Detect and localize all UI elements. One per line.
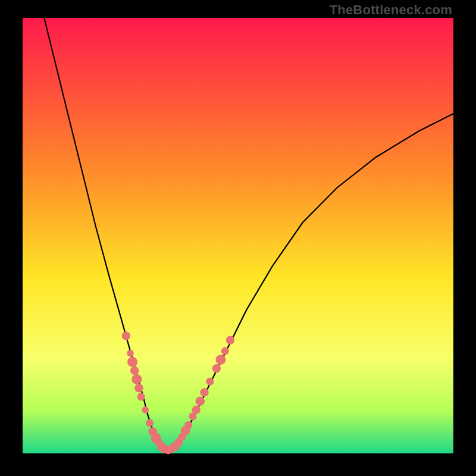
curve-marker (192, 406, 201, 414)
curve-marker (206, 378, 214, 386)
curve-marker (127, 357, 137, 367)
curve-marker (212, 364, 221, 372)
curve-marker (127, 350, 134, 357)
curve-markers (122, 331, 235, 454)
curve-marker (200, 388, 208, 396)
curve-marker (142, 406, 149, 414)
curve-marker (146, 419, 154, 427)
curve-marker (130, 367, 139, 375)
curve-marker (137, 393, 145, 400)
curve-marker (226, 336, 234, 345)
curve-marker (184, 421, 192, 429)
curve-marker (131, 374, 142, 384)
chart-frame: TheBottleneck.com (0, 0, 476, 476)
curve-marker (216, 355, 226, 365)
curve-marker (134, 384, 143, 392)
curve-marker (221, 347, 229, 355)
curve-svg (23, 18, 453, 453)
curve-marker (196, 396, 205, 406)
plot-area (23, 18, 453, 453)
watermark-text: TheBottleneck.com (330, 2, 452, 18)
bottleneck-curve (44, 18, 453, 450)
curve-marker (122, 331, 130, 340)
